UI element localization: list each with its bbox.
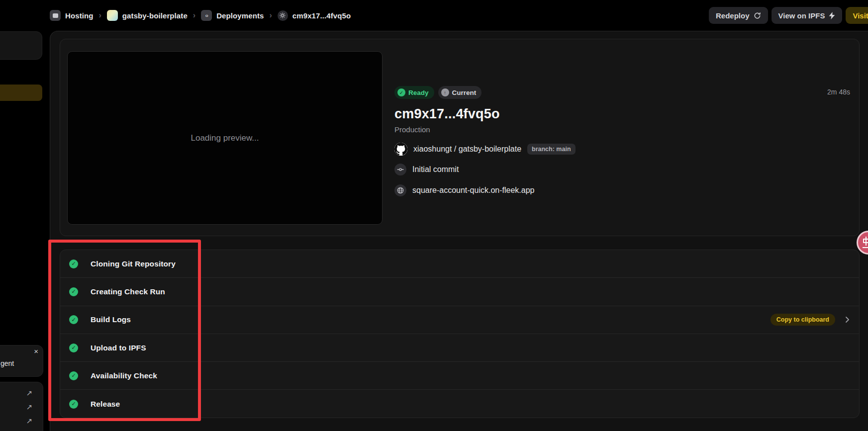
deployments-code-icon: ‹› [201, 10, 212, 21]
redeploy-button[interactable]: Redeploy [709, 7, 768, 24]
status-badge-ready: ✓ Ready [394, 86, 434, 99]
close-icon[interactable]: × [34, 347, 38, 355]
deployment-steps-card: ✓ Cloning Git Repository ✓ Creating Chec… [60, 250, 860, 418]
external-link-icon[interactable]: ↗ [25, 389, 33, 397]
breadcrumb-label: Deployments [216, 11, 264, 20]
agent-popup-text: gent [0, 359, 14, 367]
agent-popup-card: × gent [0, 345, 43, 377]
quick-links-card: ↗ ↗ ↗ [0, 382, 43, 431]
git-commit-icon [394, 164, 406, 175]
visit-site-button[interactable]: Visit site [846, 7, 868, 24]
deployment-info: ✓ Ready ↑ Current 2m 48s cm9x17...4fvq5o… [394, 39, 859, 236]
lightning-icon [829, 12, 835, 19]
sidebar-item-active[interactable] [0, 85, 42, 101]
project-avatar-icon [107, 10, 118, 21]
breadcrumb-item-deployments[interactable]: ‹› Deployments [201, 10, 264, 21]
check-circle-icon: ✓ [69, 371, 78, 380]
external-link-icon[interactable]: ↗ [25, 403, 33, 411]
breadcrumb-item-deployment-id[interactable]: cm9x17...4fvq5o [278, 10, 351, 21]
step-row-upload-ipfs[interactable]: ✓ Upload to IPFS [60, 334, 859, 362]
repo-name: xiaoshungt / gatsby-boilerplate [413, 145, 521, 154]
repo-row[interactable]: xiaoshungt / gatsby-boilerplate branch: … [394, 143, 576, 156]
site-preview-box: Loading preview... [67, 51, 383, 225]
chevron-separator-icon: › [98, 11, 102, 20]
build-duration: 2m 48s [827, 88, 850, 96]
sidebar-card[interactable] [0, 31, 42, 60]
breadcrumb-label: gatsby-boilerplate [122, 11, 188, 20]
check-circle-icon: ✓ [69, 344, 78, 352]
domain-row[interactable]: square-account-quick.on-fleek.app [394, 184, 534, 196]
copy-to-clipboard-button[interactable]: Copy to clipboard [771, 314, 835, 326]
chevron-right-icon [843, 316, 851, 324]
check-circle-icon: ✓ [69, 287, 78, 296]
view-on-ipfs-button[interactable]: View on IPFS [772, 7, 843, 24]
breadcrumb-label: Hosting [65, 11, 94, 20]
globe-icon [394, 184, 406, 196]
check-circle-icon: ✓ [69, 259, 78, 268]
commit-row: Initial commit [394, 164, 459, 175]
step-row-check-run[interactable]: ✓ Creating Check Run [60, 278, 859, 306]
check-circle-icon: ✓ [69, 315, 78, 324]
status-badge-current: ↑ Current [438, 86, 482, 99]
commit-message: Initial commit [412, 165, 459, 174]
step-row-availability[interactable]: ✓ Availability Check [60, 362, 859, 390]
top-bar: Hosting › gatsby-boilerplate › ‹› Deploy… [0, 0, 868, 31]
gear-icon [278, 10, 288, 21]
check-circle-icon: ✓ [397, 88, 405, 96]
deployment-overview-card: Loading preview... ✓ Ready ↑ Current 2m … [60, 39, 860, 236]
step-row-cloning[interactable]: ✓ Cloning Git Repository [60, 250, 859, 278]
github-icon [394, 143, 407, 156]
breadcrumb: Hosting › gatsby-boilerplate › ‹› Deploy… [50, 0, 351, 31]
step-row-release[interactable]: ✓ Release [60, 390, 859, 418]
status-badges: ✓ Ready ↑ Current [394, 86, 482, 99]
deployment-title: cm9x17...4fvq5o [394, 106, 500, 122]
chevron-separator-icon: › [193, 11, 196, 20]
arrow-up-circle-icon: ↑ [441, 88, 449, 96]
check-circle-icon: ✓ [69, 400, 78, 409]
site-domain: square-account-quick.on-fleek.app [412, 186, 534, 195]
step-row-build-logs[interactable]: ✓ Build Logs Copy to clipboard [60, 306, 859, 334]
chevron-separator-icon: › [269, 11, 272, 20]
breadcrumb-item-hosting[interactable]: Hosting [50, 10, 94, 21]
breadcrumb-label: cm9x17...4fvq5o [292, 11, 351, 20]
external-link-icon[interactable]: ↗ [25, 417, 33, 425]
preview-loading-text: Loading preview... [191, 133, 259, 143]
header-actions: Redeploy View on IPFS Visit site [709, 0, 868, 31]
hosting-icon [50, 10, 61, 21]
breadcrumb-item-project[interactable]: gatsby-boilerplate [107, 10, 188, 21]
branch-badge: branch: main [527, 144, 576, 155]
deployment-environment: Production [394, 125, 430, 134]
redeploy-refresh-icon [754, 12, 761, 19]
